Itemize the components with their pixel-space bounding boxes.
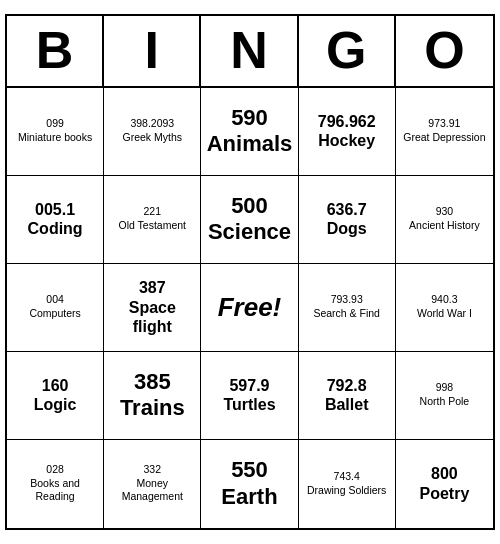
bingo-cell-r3-c0: 160Logic bbox=[7, 352, 104, 440]
bingo-letter-o: O bbox=[396, 16, 493, 85]
bingo-letter-i: I bbox=[104, 16, 201, 85]
bingo-cell-r4-c3: 743.4Drawing Soldiers bbox=[299, 440, 396, 528]
cell-number: 387 bbox=[139, 278, 166, 297]
cell-label: Hockey bbox=[318, 131, 375, 150]
bingo-cell-r3-c3: 792.8Ballet bbox=[299, 352, 396, 440]
bingo-cell-r2-c4: 940.3World War I bbox=[396, 264, 493, 352]
bingo-cell-r3-c4: 998North Pole bbox=[396, 352, 493, 440]
bingo-cell-r0-c4: 973.91Great Depression bbox=[396, 88, 493, 176]
free-cell-label: Free! bbox=[218, 292, 282, 323]
bingo-cell-r1-c1: 221Old Testament bbox=[104, 176, 201, 264]
cell-label: Animals bbox=[207, 131, 293, 157]
cell-label: Computers bbox=[29, 307, 80, 321]
cell-label: Coding bbox=[28, 219, 83, 238]
cell-label: Dogs bbox=[327, 219, 367, 238]
cell-label: Space flight bbox=[107, 298, 197, 336]
cell-label: Poetry bbox=[419, 484, 469, 503]
cell-label: Miniature books bbox=[18, 131, 92, 145]
cell-number: 743.4 bbox=[334, 470, 360, 484]
cell-label: Money Management bbox=[107, 477, 197, 504]
bingo-cell-r2-c2: Free! bbox=[201, 264, 298, 352]
bingo-card: BINGO 099Miniature books398.2093Greek My… bbox=[5, 14, 495, 529]
bingo-cell-r4-c2: 550Earth bbox=[201, 440, 298, 528]
bingo-letter-g: G bbox=[299, 16, 396, 85]
cell-label: North Pole bbox=[420, 395, 470, 409]
cell-label: Trains bbox=[120, 395, 185, 421]
cell-label: Search & Find bbox=[313, 307, 380, 321]
cell-label: Turtles bbox=[223, 395, 275, 414]
cell-label: Old Testament bbox=[119, 219, 187, 233]
bingo-cell-r1-c4: 930Ancient History bbox=[396, 176, 493, 264]
cell-number: 930 bbox=[436, 205, 454, 219]
bingo-cell-r3-c2: 597.9Turtles bbox=[201, 352, 298, 440]
cell-number: 004 bbox=[46, 293, 64, 307]
cell-number: 385 bbox=[134, 369, 171, 395]
bingo-letter-n: N bbox=[201, 16, 298, 85]
cell-label: Ancient History bbox=[409, 219, 480, 233]
bingo-cell-r2-c0: 004Computers bbox=[7, 264, 104, 352]
bingo-cell-r1-c2: 500Science bbox=[201, 176, 298, 264]
cell-number: 793.93 bbox=[331, 293, 363, 307]
bingo-header: BINGO bbox=[7, 16, 493, 87]
bingo-cell-r4-c1: 332Money Management bbox=[104, 440, 201, 528]
bingo-cell-r0-c2: 590Animals bbox=[201, 88, 298, 176]
cell-number: 160 bbox=[42, 376, 69, 395]
cell-number: 940.3 bbox=[431, 293, 457, 307]
bingo-cell-r3-c1: 385Trains bbox=[104, 352, 201, 440]
bingo-cell-r0-c1: 398.2093Greek Myths bbox=[104, 88, 201, 176]
cell-number: 500 bbox=[231, 193, 268, 219]
cell-label: Science bbox=[208, 219, 291, 245]
bingo-cell-r2-c1: 387Space flight bbox=[104, 264, 201, 352]
bingo-grid: 099Miniature books398.2093Greek Myths590… bbox=[7, 88, 493, 528]
bingo-cell-r2-c3: 793.93Search & Find bbox=[299, 264, 396, 352]
bingo-cell-r4-c0: 028Books and Reading bbox=[7, 440, 104, 528]
cell-number: 550 bbox=[231, 457, 268, 483]
cell-label: Greek Myths bbox=[123, 131, 183, 145]
cell-label: Ballet bbox=[325, 395, 369, 414]
bingo-letter-b: B bbox=[7, 16, 104, 85]
cell-label: Drawing Soldiers bbox=[307, 484, 386, 498]
cell-label: World War I bbox=[417, 307, 472, 321]
cell-number: 973.91 bbox=[428, 117, 460, 131]
cell-number: 005.1 bbox=[35, 200, 75, 219]
cell-number: 636.7 bbox=[327, 200, 367, 219]
cell-number: 332 bbox=[144, 463, 162, 477]
bingo-cell-r1-c0: 005.1Coding bbox=[7, 176, 104, 264]
cell-label: Great Depression bbox=[403, 131, 485, 145]
cell-number: 590 bbox=[231, 105, 268, 131]
cell-number: 099 bbox=[46, 117, 64, 131]
cell-number: 800 bbox=[431, 464, 458, 483]
bingo-cell-r0-c3: 796.962Hockey bbox=[299, 88, 396, 176]
cell-number: 597.9 bbox=[229, 376, 269, 395]
bingo-cell-r0-c0: 099Miniature books bbox=[7, 88, 104, 176]
cell-label: Logic bbox=[34, 395, 77, 414]
cell-number: 796.962 bbox=[318, 112, 376, 131]
bingo-cell-r4-c4: 800Poetry bbox=[396, 440, 493, 528]
cell-label: Books and Reading bbox=[10, 477, 100, 504]
cell-number: 221 bbox=[144, 205, 162, 219]
bingo-cell-r1-c3: 636.7Dogs bbox=[299, 176, 396, 264]
cell-number: 028 bbox=[46, 463, 64, 477]
cell-number: 398.2093 bbox=[130, 117, 174, 131]
cell-number: 998 bbox=[436, 381, 454, 395]
cell-number: 792.8 bbox=[327, 376, 367, 395]
cell-label: Earth bbox=[221, 484, 277, 510]
